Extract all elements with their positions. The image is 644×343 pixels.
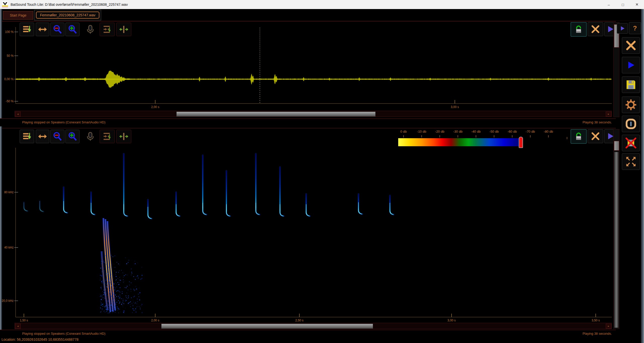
app-logo-icon <box>2 2 8 8</box>
zoom-in-button[interactable] <box>65 130 79 143</box>
discard-save-sidebar-button[interactable] <box>622 135 640 151</box>
playback-status-text: Playing stopped on Speakers (Conexant Sm… <box>22 332 105 335</box>
wave-y-axis-label: 50 % <box>7 54 14 58</box>
bat-call-pulse <box>91 192 95 215</box>
waveform-plot[interactable]: 100 %50 %0,00 %-50 %2,00 s3,00 s <box>0 25 613 111</box>
fit-amplitude-button[interactable] <box>20 130 34 143</box>
tab-bar: Start Page Femmøller_20210608_225747.wav <box>0 9 644 21</box>
db-scale-label: -60 db <box>508 130 517 133</box>
minimize-button[interactable]: – <box>602 0 616 9</box>
db-scale-label: 0 db <box>400 130 407 133</box>
spectrogram-v-scrollbar[interactable] <box>613 129 619 329</box>
waveform-status-bar: Playing stopped on Speakers (Conexant Sm… <box>0 118 616 126</box>
db-scale-tick <box>458 135 458 137</box>
spec-freq-label: 80 kHz <box>4 190 14 194</box>
wave-y-axis-label: 100 % <box>5 30 14 34</box>
compress-amplitude-button[interactable] <box>100 130 115 143</box>
spec-time-label: 2,50 s <box>295 319 304 322</box>
spec-time-label: 1,50 s <box>20 319 28 322</box>
db-scale-label: -70 db <box>526 130 535 133</box>
scroll-right-arrow[interactable]: ► <box>606 324 611 329</box>
playback-status-text: Playing stopped on Speakers (Conexant Sm… <box>22 120 105 124</box>
db-gradient-bar <box>398 138 521 146</box>
db-scale-tick <box>548 135 549 137</box>
bat-call-pulse <box>390 195 394 215</box>
wave-time-label: 3,00 s <box>451 105 459 109</box>
batsound-window: BatSound Touch Lite: D:\Bat overførsel\F… <box>0 0 644 343</box>
microphone-button[interactable] <box>85 130 96 143</box>
db-scale-label: -40 db <box>471 130 481 133</box>
info-sidebar-button[interactable] <box>622 116 640 132</box>
spectrogram-h-scroll-thumb[interactable] <box>161 324 373 329</box>
db-scale-tick <box>476 135 476 137</box>
wave-y-axis-label: -50 % <box>6 100 14 103</box>
spectrogram-v-scroll-thumb[interactable] <box>614 141 619 151</box>
playback-duration-text: Playing 38 seconds. <box>583 120 612 124</box>
bat-call-pulse <box>24 202 28 211</box>
spec-time-label: 2,00 s <box>151 319 159 322</box>
bat-call-pulse <box>124 154 128 216</box>
close-window-button[interactable]: ✕ <box>630 0 644 9</box>
close-sidebar-button[interactable] <box>622 37 640 54</box>
tab-start-page[interactable]: Start Page <box>3 11 33 20</box>
db-scale-label: -10 db <box>417 130 426 133</box>
db-scale-tick <box>512 135 512 137</box>
db-scale-tick <box>530 135 531 137</box>
spec-time-label: 3,50 s <box>592 319 600 322</box>
close-panel-button[interactable] <box>588 129 603 143</box>
wave-time-label: 2,00 s <box>151 105 159 109</box>
wave-y-axis-label: 0,00 % <box>4 77 14 81</box>
spec-time-label: 3,00 s <box>448 319 456 322</box>
bat-call-pulse <box>203 155 207 215</box>
maximize-button[interactable]: □ <box>616 0 630 9</box>
waveform-h-scrollbar[interactable]: ◄ ► <box>15 111 612 117</box>
tab-wav-file-label: Femmøller_20210608_225747.wav <box>36 12 99 19</box>
playback-duration-text: Playing 38 seconds. <box>583 332 612 335</box>
window-right-border <box>641 9 644 343</box>
settings-sidebar-button[interactable] <box>622 96 640 113</box>
spec-panel-top-border <box>2 128 616 128</box>
bat-call-pulse <box>226 171 230 216</box>
bat-call-pulse <box>306 194 310 216</box>
bat-call-pulse <box>358 194 362 214</box>
spectrogram-h-scrollbar[interactable]: ◄ ► <box>15 323 612 329</box>
expand-sidebar-button[interactable] <box>622 153 640 170</box>
scroll-right-arrow[interactable]: ► <box>606 112 611 117</box>
bat-call-pulse <box>40 201 44 212</box>
spectrogram-plot[interactable]: 80 kHz40 kHz20,0 kHz <box>0 146 613 323</box>
db-scale-tick <box>494 135 494 137</box>
db-scale-label: -80 db <box>544 130 553 133</box>
spec-freq-label: 20,0 kHz <box>2 299 14 303</box>
scrollbar-track-fill[interactable] <box>614 152 619 328</box>
play-sidebar-button[interactable] <box>622 57 640 73</box>
scroll-left-arrow[interactable]: ◄ <box>15 324 21 329</box>
tab-wav-file[interactable]: Femmøller_20210608_225747.wav <box>34 10 101 20</box>
db-scale-tick <box>421 135 422 137</box>
lock-button[interactable] <box>571 129 587 144</box>
window-title: BatSound Touch Lite: D:\Bat overførsel\F… <box>11 3 128 7</box>
zoom-out-button[interactable] <box>50 130 64 143</box>
spec-freq-label: 40 kHz <box>4 246 14 249</box>
expand-time-button[interactable] <box>116 130 131 143</box>
save-sidebar-button[interactable] <box>622 76 640 93</box>
social-call <box>100 218 143 314</box>
db-scale-tick <box>567 137 567 139</box>
waveform-h-scroll-thumb[interactable] <box>176 112 376 117</box>
db-scale-label: -20 db <box>435 130 445 133</box>
bat-call-pulse <box>148 200 152 219</box>
bat-call-pulse <box>280 167 284 216</box>
bat-call-pulse <box>256 154 260 215</box>
wave-panel-top-border <box>2 21 616 22</box>
db-scale-tick <box>403 135 404 137</box>
location-bar: Location: 56,2039261032645 10,6835514488… <box>0 337 641 343</box>
help-button[interactable]: ? <box>629 22 641 34</box>
gps-location-text: Location: 56,2039261032645 10,6835514488… <box>2 337 78 341</box>
bat-call-pulse <box>176 192 180 216</box>
db-scale-label: -30 db <box>453 130 463 133</box>
waveform-v-scrollbar[interactable] <box>613 22 619 117</box>
bat-call-pulse <box>64 187 67 213</box>
title-bar: BatSound Touch Lite: D:\Bat overførsel\F… <box>0 0 644 9</box>
scroll-left-arrow[interactable]: ◄ <box>15 112 21 117</box>
fit-time-button[interactable] <box>36 130 49 143</box>
play-small-button[interactable] <box>617 23 628 34</box>
